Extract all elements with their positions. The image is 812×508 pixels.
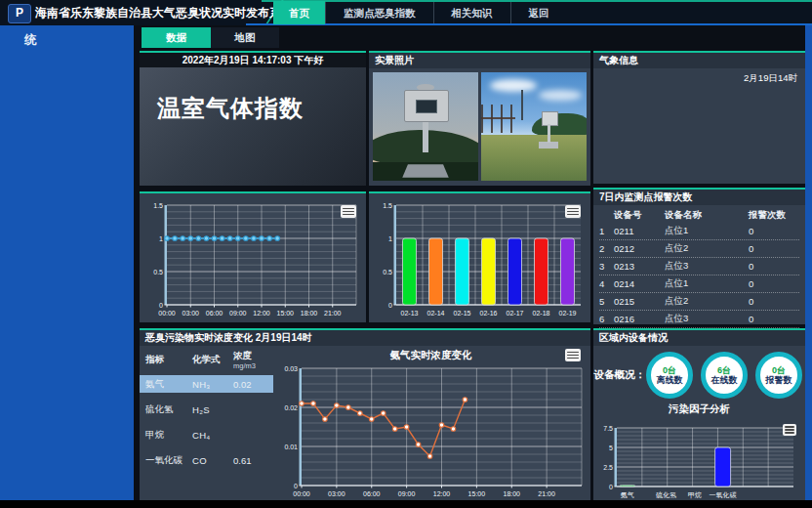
- site-photo-1[interactable]: [373, 72, 478, 181]
- photos-panel-header: 实景照片: [369, 53, 590, 68]
- svg-text:12:00: 12:00: [433, 490, 451, 497]
- odor-col-concentration: 浓度mg/m3: [233, 350, 273, 369]
- alarm-col-count: 报警次数: [749, 209, 799, 222]
- odor-panel-header: 恶臭污染物实时浓度变化 2月19日14时: [140, 330, 590, 346]
- greeting-panel: 2022年2月19日 14:17:03 下午好 温室气体指数: [140, 51, 366, 186]
- svg-text:1.5: 1.5: [153, 202, 163, 209]
- alarm-col-device-name: 设备名称: [665, 209, 749, 222]
- app-title-continuation: 统: [24, 32, 37, 49]
- top-bar: P 海南省乐东黎族自治县大气恶臭状况实时发布系 首页监测点恶臭指数相关知识返回: [0, 0, 812, 25]
- device-circle-offline[interactable]: 0台离线数: [646, 352, 693, 399]
- svg-text:00:00: 00:00: [293, 490, 310, 497]
- svg-text:1: 1: [388, 235, 392, 242]
- svg-text:氨气: 氨气: [621, 491, 634, 498]
- svg-text:21:00: 21:00: [538, 490, 555, 497]
- weather-panel-header: 气象信息: [593, 53, 805, 68]
- svg-text:甲烷: 甲烷: [688, 491, 702, 499]
- svg-text:5: 5: [609, 444, 613, 451]
- nh3-line-chart: 00.010.020.0300:0003:0006:0009:0012:0015…: [275, 363, 588, 502]
- odor-table-row[interactable]: 氨气NH₃0.02: [140, 375, 273, 393]
- svg-text:0: 0: [294, 483, 298, 489]
- alarm-table-row: 10211点位10: [599, 223, 799, 240]
- alarm-panel-header: 7日内监测点报警次数: [593, 190, 805, 205]
- chart-menu-icon[interactable]: [341, 205, 356, 218]
- nh3-chart-title: 氨气实时浓度变化: [273, 346, 589, 363]
- tab-data[interactable]: 数据: [142, 27, 211, 48]
- greenhouse-index-line-chart: 00.511.500:0003:0006:0009:0012:0015:0018…: [143, 200, 362, 321]
- svg-text:0.01: 0.01: [284, 444, 298, 450]
- odor-table-row[interactable]: 甲烷CH₄: [140, 426, 273, 444]
- tab-map[interactable]: 地图: [211, 27, 279, 48]
- odor-table-row[interactable]: 一氧化碳CO0.61: [140, 451, 273, 469]
- svg-text:03:00: 03:00: [328, 490, 345, 497]
- weather-info-panel: 气象信息 2月19日14时: [593, 51, 805, 184]
- photo1-pedestal: [402, 164, 449, 177]
- odor-col-formula: 化学式: [192, 354, 233, 366]
- svg-text:0.02: 0.02: [284, 404, 298, 411]
- svg-text:02-14: 02-14: [427, 310, 445, 317]
- device-circle-alarm[interactable]: 0台报警数: [755, 352, 802, 399]
- pollution-factor-bar-chart: 02.557.5氨气硫化氢甲烷一氧化碳: [597, 423, 799, 503]
- svg-text:00:00: 00:00: [158, 310, 176, 317]
- svg-text:12:00: 12:00: [253, 310, 270, 317]
- svg-text:09:00: 09:00: [229, 310, 247, 317]
- photo2-grass-field: [481, 135, 587, 181]
- daily-index-bar-chart-panel: 00.511.502-1302-1402-1502-1602-1702-1802…: [369, 191, 590, 322]
- svg-text:09:00: 09:00: [398, 490, 416, 497]
- topbar-nav: 首页监测点恶臭指数相关知识返回: [273, 0, 567, 25]
- svg-text:21:00: 21:00: [324, 310, 342, 317]
- alarm-table-body: 10211点位1020212点位2030213点位3040214点位105021…: [599, 223, 799, 328]
- nav-item-monitor-odor-index[interactable]: 监测点恶臭指数: [325, 2, 433, 23]
- nav-item-home[interactable]: 首页: [273, 1, 325, 24]
- svg-text:0.03: 0.03: [284, 365, 298, 372]
- svg-text:15:00: 15:00: [468, 490, 486, 497]
- alarm-table-row: 30213点位30: [599, 258, 799, 275]
- svg-text:0.5: 0.5: [153, 269, 163, 275]
- svg-text:1: 1: [159, 235, 163, 242]
- odor-col-indicator: 指标: [145, 354, 192, 366]
- right-edge-strip: [805, 25, 812, 500]
- odor-table-row[interactable]: 硫化氢H₂S: [140, 401, 273, 418]
- alarm-table-row: 50215点位20: [599, 293, 799, 311]
- photo1-pole: [423, 120, 428, 152]
- alarm-table-row: 60216点位30: [599, 311, 799, 328]
- svg-text:06:00: 06:00: [206, 310, 223, 317]
- svg-text:1.5: 1.5: [383, 202, 392, 209]
- alarm-table-header: 设备号 设备名称 报警次数: [599, 208, 799, 223]
- chart-menu-icon[interactable]: [565, 205, 581, 218]
- nav-item-back[interactable]: 返回: [510, 2, 567, 23]
- photo1-monitor-box: [404, 90, 448, 122]
- odor-concentration-panel: 恶臭污染物实时浓度变化 2月19日14时 指标 化学式 浓度mg/m3 氨气NH…: [140, 328, 590, 500]
- svg-text:02-15: 02-15: [454, 310, 471, 317]
- devices-panel-header: 区域内设备情况: [593, 330, 805, 346]
- svg-text:7.5: 7.5: [603, 425, 613, 432]
- svg-text:0.5: 0.5: [383, 269, 392, 275]
- daily-index-bar-chart: 00.511.502-1302-1402-1502-1602-1702-1802…: [373, 200, 587, 321]
- photo2-lamp-post: [521, 90, 523, 120]
- svg-text:02-17: 02-17: [507, 310, 524, 317]
- odor-table: 指标 化学式 浓度mg/m3 氨气NH₃0.02硫化氢H₂S甲烷CH₄一氧化碳C…: [140, 346, 273, 469]
- svg-text:0: 0: [159, 302, 163, 309]
- view-tabs: 数据地图: [142, 27, 279, 48]
- alarm-table-row: 40214点位10: [599, 275, 799, 293]
- current-datetime: 2022年2月19日 14:17:03 下午好: [140, 53, 366, 67]
- chart-menu-icon[interactable]: [783, 424, 796, 436]
- device-circle-online[interactable]: 6台在线数: [701, 352, 748, 399]
- photo2-cloud: [539, 90, 581, 101]
- weather-timestamp: 2月19日14时: [593, 68, 805, 89]
- greenhouse-index-title: 温室气体指数: [140, 67, 366, 124]
- svg-text:18:00: 18:00: [503, 490, 520, 497]
- photo-row: [369, 68, 590, 185]
- site-photo-2[interactable]: [481, 72, 587, 181]
- svg-text:0: 0: [388, 302, 392, 309]
- nav-item-knowledge[interactable]: 相关知识: [433, 2, 510, 23]
- device-status-circles: 0台离线数6台在线数0台报警数: [646, 352, 802, 399]
- svg-text:06:00: 06:00: [363, 490, 381, 497]
- odor-unit: mg/m3: [233, 362, 273, 369]
- svg-text:15:00: 15:00: [276, 310, 294, 317]
- left-sidebar: 统: [0, 25, 134, 500]
- chart-menu-icon[interactable]: [565, 349, 581, 361]
- svg-text:18:00: 18:00: [301, 310, 318, 317]
- photo2-pole: [548, 124, 550, 143]
- odor-panel-body: 指标 化学式 浓度mg/m3 氨气NH₃0.02硫化氢H₂S甲烷CH₄一氧化碳C…: [140, 346, 590, 500]
